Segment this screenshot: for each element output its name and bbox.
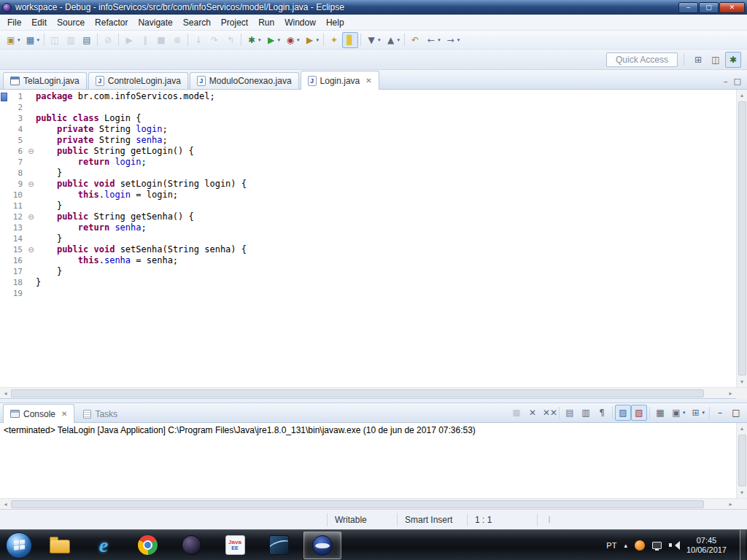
scroll-right-icon[interactable]: ▸ [725, 499, 736, 510]
run-button[interactable]: ▶▾ [263, 32, 283, 48]
scroll-left-icon[interactable]: ◂ [0, 388, 11, 399]
terminate-console-button[interactable]: ■ [508, 405, 525, 421]
editor-horizontal-scrollbar[interactable]: ◂ ▸ [0, 387, 747, 398]
scroll-thumb[interactable] [11, 500, 704, 508]
print-button[interactable]: ▤ [79, 32, 95, 48]
debug-perspective-button[interactable]: ✱ [725, 52, 741, 68]
taskbar-media-app[interactable] [172, 532, 210, 559]
previous-annotation-button[interactable]: ▲▾ [383, 32, 403, 48]
open-perspective-button[interactable]: ⊞ [690, 52, 706, 68]
remove-launch-button[interactable]: ✕ [525, 405, 541, 421]
menu-navigate[interactable]: Navigate [133, 15, 177, 30]
fold-collapse-icon[interactable]: ⊖ [26, 244, 36, 255]
close-button[interactable]: ✕ [719, 2, 745, 13]
show-desktop-button[interactable] [740, 530, 746, 560]
step-into-button[interactable]: ↓ [190, 32, 206, 48]
step-return-button[interactable]: ↰ [222, 32, 239, 48]
taskbar-windows-explorer[interactable] [41, 532, 79, 559]
editor-tab-telalogin-java[interactable]: TelaLogin.java [3, 72, 87, 89]
show-console-on-stdout-button[interactable]: ▨ [615, 405, 631, 421]
console-horizontal-scrollbar[interactable]: ◂ ▸ [0, 498, 747, 509]
fold-collapse-icon[interactable]: ⊖ [26, 146, 36, 157]
menu-file[interactable]: File [2, 15, 26, 30]
menu-source[interactable]: Source [52, 15, 90, 30]
console-vertical-scrollbar[interactable]: ▴ ▾ [736, 423, 747, 498]
new-wizard-button[interactable]: ▣▾ [3, 32, 23, 48]
taskbar-java-ee-app[interactable]: JavaEE [216, 532, 254, 559]
coverage-button[interactable]: ◉▾ [282, 32, 302, 48]
suspend-button[interactable]: ∥ [137, 32, 153, 48]
run-external-tools-button[interactable]: ▶▾ [302, 32, 322, 48]
new-java-project-button[interactable]: ▦▾ [23, 32, 42, 48]
console-tab-tasks[interactable]: Tasks [76, 405, 125, 422]
maximize-console-view-button[interactable]: □ [728, 405, 744, 421]
start-button[interactable] [6, 532, 32, 559]
console-output[interactable]: <terminated> TelaLogin [Java Application… [0, 423, 736, 498]
maximize-button[interactable]: ▢ [699, 2, 719, 13]
menu-help[interactable]: Help [321, 15, 349, 30]
taskbar-mysql-workbench[interactable] [260, 532, 298, 559]
taskbar-eclipse[interactable] [303, 532, 341, 559]
clock[interactable]: 07:45 10/06/2017 [686, 536, 727, 555]
maximize-editor-icon[interactable]: □ [734, 77, 741, 86]
show-console-on-stderr-button[interactable]: ▧ [631, 405, 647, 421]
fold-collapse-icon[interactable]: ⊖ [26, 211, 36, 222]
java-ee-perspective-button[interactable]: ◫ [708, 52, 724, 68]
taskbar-internet-explorer[interactable]: e [85, 532, 123, 559]
remove-all-launches-button[interactable]: ✕✕ [541, 405, 557, 421]
toggle-mark-occurrences-button[interactable]: ▊ [342, 32, 358, 48]
quick-access-field[interactable]: Quick Access [606, 52, 678, 67]
disconnect-button[interactable]: ⊗ [169, 32, 185, 48]
scroll-thumb[interactable] [738, 101, 746, 376]
tray-app-icon[interactable] [635, 540, 645, 551]
scroll-down-icon[interactable]: ▾ [737, 487, 747, 498]
last-edit-location-button[interactable]: ↶ [407, 32, 423, 48]
menu-search[interactable]: Search [178, 15, 216, 30]
clear-console-button[interactable]: ▤ [562, 405, 578, 421]
editor-tab-login-java[interactable]: JLogin.java✕ [301, 71, 379, 90]
save-button[interactable]: ◫ [47, 32, 63, 48]
scroll-right-icon[interactable]: ▸ [725, 388, 736, 399]
skip-all-breakpoints-button[interactable]: ⊘ [100, 32, 116, 48]
taskbar-google-chrome[interactable] [128, 532, 166, 559]
next-annotation-button[interactable]: ▼▾ [363, 32, 383, 48]
code-content[interactable]: 1package br.com.infoServicos.model;23pub… [0, 90, 736, 387]
fold-collapse-icon[interactable]: ⊖ [26, 179, 36, 190]
minimize-editor-icon[interactable]: – [724, 77, 728, 86]
editor-tab-controlelogin-java[interactable]: JControleLogin.java [88, 72, 188, 89]
menu-run[interactable]: Run [253, 15, 279, 30]
scroll-down-icon[interactable]: ▾ [737, 376, 747, 387]
terminate-button[interactable]: ■ [153, 32, 169, 48]
scroll-left-icon[interactable]: ◂ [0, 499, 11, 510]
save-all-button[interactable]: ▥ [63, 32, 79, 48]
minimize-console-view-button[interactable]: – [712, 405, 728, 421]
scroll-thumb[interactable] [11, 389, 704, 397]
debug-button[interactable]: ✱▾ [244, 32, 263, 48]
menu-refactor[interactable]: Refactor [90, 15, 133, 30]
console-tab-console[interactable]: Console✕ [3, 404, 74, 423]
back-button[interactable]: ←▾ [423, 32, 443, 48]
close-tab-icon[interactable]: ✕ [365, 77, 371, 85]
scroll-lock-button[interactable]: ▥ [578, 405, 594, 421]
language-indicator[interactable]: PT [606, 541, 616, 550]
volume-icon[interactable] [669, 540, 679, 550]
menu-window[interactable]: Window [279, 15, 321, 30]
network-icon[interactable] [652, 542, 662, 549]
scroll-up-icon[interactable]: ▴ [737, 423, 747, 434]
display-selected-console-button[interactable]: ▣▾ [668, 405, 688, 421]
scroll-up-icon[interactable]: ▴ [737, 90, 747, 101]
scroll-thumb[interactable] [738, 435, 746, 486]
pin-console-button[interactable]: ▦ [652, 405, 668, 421]
hidden-icons-chevron-icon[interactable]: ▴ [624, 542, 627, 549]
resume-button[interactable]: ▶ [121, 32, 137, 48]
search-flashlight-button[interactable]: ✦ [326, 32, 342, 48]
close-tab-icon[interactable]: ✕ [61, 410, 67, 418]
step-over-button[interactable]: ↷ [206, 32, 222, 48]
word-wrap-button[interactable]: ¶ [594, 405, 610, 421]
editor-vertical-scrollbar[interactable]: ▴ ▾ [736, 90, 747, 387]
open-console-button[interactable]: ⊞▾ [687, 405, 707, 421]
minimize-button[interactable]: – [678, 2, 698, 13]
code-editor[interactable]: 1package br.com.infoServicos.model;23pub… [0, 90, 747, 387]
editor-tab-moduloconexao-java[interactable]: JModuloConexao.java [190, 72, 299, 89]
menu-edit[interactable]: Edit [26, 15, 52, 30]
